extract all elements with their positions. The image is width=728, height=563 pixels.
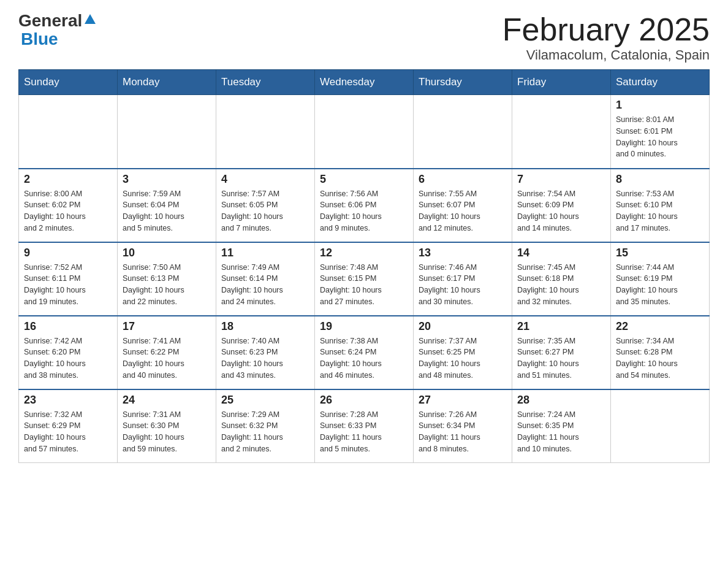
day-info: Sunrise: 7:26 AMSunset: 6:34 PMDaylight:…	[419, 409, 507, 455]
calendar-cell: 6Sunrise: 7:55 AMSunset: 6:07 PMDaylight…	[414, 169, 512, 242]
calendar-cell: 5Sunrise: 7:56 AMSunset: 6:06 PMDaylight…	[315, 169, 414, 242]
calendar-cell	[315, 95, 414, 169]
day-number: 10	[123, 247, 211, 259]
day-info: Sunrise: 8:01 AMSunset: 6:01 PMDaylight:…	[616, 114, 704, 160]
day-info: Sunrise: 7:57 AMSunset: 6:05 PMDaylight:…	[221, 188, 309, 234]
day-info: Sunrise: 7:54 AMSunset: 6:09 PMDaylight:…	[517, 188, 605, 234]
calendar-cell: 22Sunrise: 7:34 AMSunset: 6:28 PMDayligh…	[611, 316, 710, 389]
day-number: 11	[221, 247, 309, 259]
day-number: 12	[320, 247, 408, 259]
month-title: February 2025	[502, 12, 710, 47]
day-number: 2	[24, 173, 112, 186]
day-info: Sunrise: 7:37 AMSunset: 6:25 PMDaylight:…	[419, 335, 507, 381]
weekday-header-monday: Monday	[118, 70, 216, 95]
calendar-cell: 8Sunrise: 7:53 AMSunset: 6:10 PMDaylight…	[611, 169, 710, 242]
day-info: Sunrise: 7:59 AMSunset: 6:04 PMDaylight:…	[123, 188, 211, 234]
day-number: 14	[517, 247, 605, 259]
calendar-cell: 13Sunrise: 7:46 AMSunset: 6:17 PMDayligh…	[414, 242, 512, 316]
calendar-cell: 18Sunrise: 7:40 AMSunset: 6:23 PMDayligh…	[216, 316, 315, 389]
calendar-cell	[512, 95, 611, 169]
day-number: 17	[123, 320, 211, 333]
day-number: 28	[517, 394, 605, 407]
calendar-cell: 1Sunrise: 8:01 AMSunset: 6:01 PMDaylight…	[611, 95, 710, 169]
day-info: Sunrise: 7:41 AMSunset: 6:22 PMDaylight:…	[123, 335, 211, 381]
day-info: Sunrise: 7:50 AMSunset: 6:13 PMDaylight:…	[123, 262, 211, 308]
weekday-header-friday: Friday	[512, 70, 611, 95]
weekday-header-thursday: Thursday	[414, 70, 512, 95]
day-number: 21	[517, 320, 605, 333]
weekday-header-sunday: Sunday	[19, 70, 118, 95]
day-info: Sunrise: 7:45 AMSunset: 6:18 PMDaylight:…	[517, 262, 605, 308]
day-number: 23	[24, 394, 112, 407]
day-info: Sunrise: 7:53 AMSunset: 6:10 PMDaylight:…	[616, 188, 704, 234]
calendar-week-row: 1Sunrise: 8:01 AMSunset: 6:01 PMDaylight…	[19, 95, 710, 169]
calendar-cell: 23Sunrise: 7:32 AMSunset: 6:29 PMDayligh…	[19, 389, 118, 463]
day-number: 24	[123, 394, 211, 407]
weekday-header-tuesday: Tuesday	[216, 70, 315, 95]
day-number: 4	[221, 173, 309, 186]
page-header: General Blue February 2025 Vilamacolum, …	[18, 12, 710, 63]
calendar-week-row: 9Sunrise: 7:52 AMSunset: 6:11 PMDaylight…	[19, 242, 710, 316]
day-number: 19	[320, 320, 408, 333]
day-info: Sunrise: 7:38 AMSunset: 6:24 PMDaylight:…	[320, 335, 408, 381]
day-info: Sunrise: 7:56 AMSunset: 6:06 PMDaylight:…	[320, 188, 408, 234]
day-number: 18	[221, 320, 309, 333]
location-title: Vilamacolum, Catalonia, Spain	[502, 47, 710, 63]
calendar-cell: 24Sunrise: 7:31 AMSunset: 6:30 PMDayligh…	[118, 389, 216, 463]
day-number: 7	[517, 173, 605, 186]
day-number: 1	[616, 99, 704, 112]
calendar-cell	[216, 95, 315, 169]
logo-triangle-icon	[83, 13, 97, 26]
calendar-cell	[19, 95, 118, 169]
day-number: 27	[419, 394, 507, 407]
day-info: Sunrise: 7:52 AMSunset: 6:11 PMDaylight:…	[24, 262, 112, 308]
day-number: 16	[24, 320, 112, 333]
weekday-header-saturday: Saturday	[611, 70, 710, 95]
calendar-cell: 26Sunrise: 7:28 AMSunset: 6:33 PMDayligh…	[315, 389, 414, 463]
day-info: Sunrise: 7:40 AMSunset: 6:23 PMDaylight:…	[221, 335, 309, 381]
day-info: Sunrise: 7:46 AMSunset: 6:17 PMDaylight:…	[419, 262, 507, 308]
calendar-cell: 27Sunrise: 7:26 AMSunset: 6:34 PMDayligh…	[414, 389, 512, 463]
calendar-week-row: 16Sunrise: 7:42 AMSunset: 6:20 PMDayligh…	[19, 316, 710, 389]
calendar-cell: 11Sunrise: 7:49 AMSunset: 6:14 PMDayligh…	[216, 242, 315, 316]
calendar-cell: 9Sunrise: 7:52 AMSunset: 6:11 PMDaylight…	[19, 242, 118, 316]
calendar-cell: 16Sunrise: 7:42 AMSunset: 6:20 PMDayligh…	[19, 316, 118, 389]
calendar-cell: 3Sunrise: 7:59 AMSunset: 6:04 PMDaylight…	[118, 169, 216, 242]
day-number: 8	[616, 173, 704, 186]
calendar-cell: 28Sunrise: 7:24 AMSunset: 6:35 PMDayligh…	[512, 389, 611, 463]
calendar-cell	[118, 95, 216, 169]
day-number: 26	[320, 394, 408, 407]
calendar-cell: 2Sunrise: 8:00 AMSunset: 6:02 PMDaylight…	[19, 169, 118, 242]
day-info: Sunrise: 7:28 AMSunset: 6:33 PMDaylight:…	[320, 409, 408, 455]
day-number: 25	[221, 394, 309, 407]
day-number: 5	[320, 173, 408, 186]
day-info: Sunrise: 8:00 AMSunset: 6:02 PMDaylight:…	[24, 188, 112, 234]
day-info: Sunrise: 7:24 AMSunset: 6:35 PMDaylight:…	[517, 409, 605, 455]
day-number: 13	[419, 247, 507, 259]
calendar-cell: 21Sunrise: 7:35 AMSunset: 6:27 PMDayligh…	[512, 316, 611, 389]
calendar-cell: 15Sunrise: 7:44 AMSunset: 6:19 PMDayligh…	[611, 242, 710, 316]
calendar-cell: 10Sunrise: 7:50 AMSunset: 6:13 PMDayligh…	[118, 242, 216, 316]
calendar-table: SundayMondayTuesdayWednesdayThursdayFrid…	[18, 69, 710, 463]
calendar-cell	[414, 95, 512, 169]
day-number: 22	[616, 320, 704, 333]
day-number: 3	[123, 173, 211, 186]
day-info: Sunrise: 7:44 AMSunset: 6:19 PMDaylight:…	[616, 262, 704, 308]
day-info: Sunrise: 7:49 AMSunset: 6:14 PMDaylight:…	[221, 262, 309, 308]
calendar-cell: 20Sunrise: 7:37 AMSunset: 6:25 PMDayligh…	[414, 316, 512, 389]
day-info: Sunrise: 7:55 AMSunset: 6:07 PMDaylight:…	[419, 188, 507, 234]
day-info: Sunrise: 7:34 AMSunset: 6:28 PMDaylight:…	[616, 335, 704, 381]
calendar-cell: 7Sunrise: 7:54 AMSunset: 6:09 PMDaylight…	[512, 169, 611, 242]
day-number: 15	[616, 247, 704, 259]
day-number: 6	[419, 173, 507, 186]
day-info: Sunrise: 7:48 AMSunset: 6:15 PMDaylight:…	[320, 262, 408, 308]
weekday-header-wednesday: Wednesday	[315, 70, 414, 95]
calendar-cell: 25Sunrise: 7:29 AMSunset: 6:32 PMDayligh…	[216, 389, 315, 463]
day-info: Sunrise: 7:31 AMSunset: 6:30 PMDaylight:…	[123, 409, 211, 455]
calendar-cell: 12Sunrise: 7:48 AMSunset: 6:15 PMDayligh…	[315, 242, 414, 316]
calendar-cell: 4Sunrise: 7:57 AMSunset: 6:05 PMDaylight…	[216, 169, 315, 242]
calendar-cell: 19Sunrise: 7:38 AMSunset: 6:24 PMDayligh…	[315, 316, 414, 389]
day-number: 20	[419, 320, 507, 333]
day-number: 9	[24, 247, 112, 259]
logo: General Blue	[18, 12, 97, 49]
